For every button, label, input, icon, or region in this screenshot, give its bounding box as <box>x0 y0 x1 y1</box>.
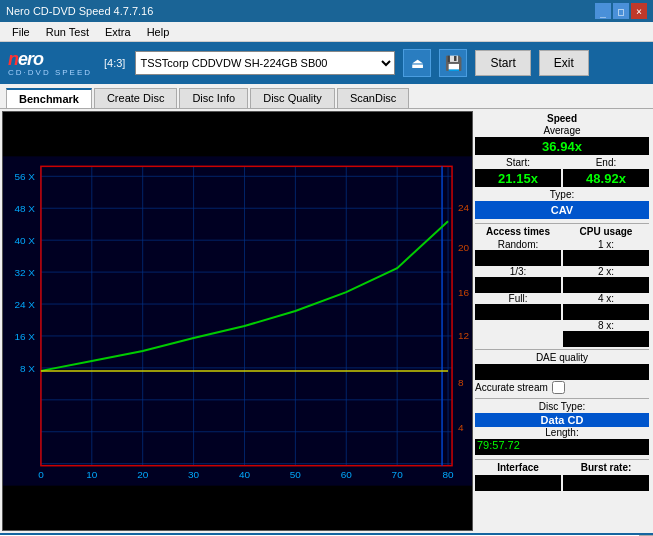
svg-text:0: 0 <box>38 469 44 480</box>
menubar: File Run Test Extra Help <box>0 22 653 42</box>
access-times-col: Access times Random: 1/3: Full: <box>475 226 561 347</box>
length-value-bar: 79:57.72 <box>475 439 649 455</box>
svg-text:24: 24 <box>458 202 470 213</box>
type-stat: Type: CAV <box>475 189 649 219</box>
cpu-2x-bar <box>563 277 649 293</box>
start-button[interactable]: Start <box>475 50 530 76</box>
main-content: 56 X 48 X 40 X 32 X 24 X 16 X 8 X 24 20 … <box>0 109 653 533</box>
interface-row: Interface Burst rate: <box>475 462 649 491</box>
cpu-2x-label: 2 x: <box>598 266 614 277</box>
length-value: 79:57.72 <box>475 439 520 451</box>
accurate-stream-row: Accurate stream <box>475 381 649 394</box>
tab-scandisc[interactable]: ScanDisc <box>337 88 409 108</box>
type-value: CAV <box>475 201 649 219</box>
start-label: Start: <box>506 157 530 169</box>
cpu-1x-bar <box>563 250 649 266</box>
svg-text:20: 20 <box>458 242 470 253</box>
disc-section: Disc Type: Data CD Length: 79:57.72 <box>475 401 649 455</box>
end-value: 48.92x <box>563 169 649 187</box>
svg-text:70: 70 <box>392 469 404 480</box>
svg-text:16: 16 <box>458 287 470 298</box>
svg-text:40: 40 <box>239 469 251 480</box>
maximize-button[interactable]: □ <box>613 3 629 19</box>
divider-4 <box>475 459 649 460</box>
tab-benchmark[interactable]: Benchmark <box>6 88 92 108</box>
start-stat: Start: 21.15x <box>475 157 561 187</box>
menu-runtest[interactable]: Run Test <box>38 24 97 40</box>
svg-text:80: 80 <box>443 469 455 480</box>
disc-type-title: Disc Type: <box>475 401 649 413</box>
svg-text:8 X: 8 X <box>20 363 35 374</box>
titlebar: Nero CD-DVD Speed 4.7.7.16 _ □ × <box>0 0 653 22</box>
svg-text:60: 60 <box>341 469 353 480</box>
toolbar: nero CD·DVD SPEED [4:3] TSSTcorp CDDVDW … <box>0 42 653 84</box>
logo-text: nero <box>8 49 92 70</box>
menu-file[interactable]: File <box>4 24 38 40</box>
length-label: Length: <box>475 427 649 439</box>
svg-text:10: 10 <box>86 469 98 480</box>
divider-2 <box>475 349 649 350</box>
onethird-label: 1/3: <box>510 266 527 277</box>
tab-discinfo[interactable]: Disc Info <box>179 88 248 108</box>
type-label: Type: <box>550 189 574 201</box>
window-controls[interactable]: _ □ × <box>595 3 647 19</box>
cpu-8x-label: 8 x: <box>598 320 614 331</box>
menu-help[interactable]: Help <box>139 24 178 40</box>
exit-button[interactable]: Exit <box>539 50 589 76</box>
svg-rect-0 <box>3 156 472 485</box>
chart-area: 56 X 48 X 40 X 32 X 24 X 16 X 8 X 24 20 … <box>2 111 473 531</box>
save-icon-button[interactable]: 💾 <box>439 49 467 77</box>
dae-value-bar <box>475 364 649 380</box>
right-panel: Speed Average 36.94x Start: 21.15x End: … <box>475 109 653 533</box>
cpu-usage-title: CPU usage <box>580 226 633 237</box>
interface-section: Interface Burst rate: <box>475 462 649 491</box>
svg-text:12: 12 <box>458 330 470 341</box>
average-label: Average <box>543 125 580 137</box>
svg-text:20: 20 <box>137 469 149 480</box>
svg-text:40 X: 40 X <box>14 235 35 246</box>
speed-title: Speed <box>475 113 649 124</box>
dae-label: DAE quality <box>475 352 649 364</box>
eject-icon-button[interactable]: ⏏ <box>403 49 431 77</box>
accurate-stream-label: Accurate stream <box>475 382 548 394</box>
interface-col: Interface <box>475 462 561 491</box>
svg-text:56 X: 56 X <box>14 171 35 182</box>
full-label: Full: <box>509 293 528 304</box>
tab-bar: Benchmark Create Disc Disc Info Disc Qua… <box>0 84 653 109</box>
onethird-value-bar <box>475 277 561 293</box>
tab-discquality[interactable]: Disc Quality <box>250 88 335 108</box>
minimize-button[interactable]: _ <box>595 3 611 19</box>
svg-text:4: 4 <box>458 422 464 433</box>
access-times-title: Access times <box>486 226 550 237</box>
cpu-4x-label: 4 x: <box>598 293 614 304</box>
speed-section: Speed Average 36.94x Start: 21.15x End: … <box>475 113 649 219</box>
logo-subtext: CD·DVD SPEED <box>8 68 92 77</box>
random-label: Random: <box>498 239 539 250</box>
burst-value-bar <box>563 475 649 491</box>
cpu-usage-col: CPU usage 1 x: 2 x: 4 x: 8 x: <box>563 226 649 347</box>
close-button[interactable]: × <box>631 3 647 19</box>
drive-label: [4:3] <box>104 57 125 69</box>
dae-section: DAE quality Accurate stream <box>475 352 649 394</box>
cpu-8x-bar <box>563 331 649 347</box>
accurate-stream-checkbox[interactable] <box>552 381 565 394</box>
svg-text:30: 30 <box>188 469 200 480</box>
average-stat: Average 36.94x <box>475 125 649 155</box>
drive-select[interactable]: TSSTcorp CDDVDW SH-224GB SB00 <box>135 51 395 75</box>
divider-1 <box>475 223 649 224</box>
svg-text:8: 8 <box>458 377 464 388</box>
svg-text:48 X: 48 X <box>14 203 35 214</box>
divider-3 <box>475 398 649 399</box>
interface-title: Interface <box>497 462 539 473</box>
svg-text:50: 50 <box>290 469 302 480</box>
tab-createdisc[interactable]: Create Disc <box>94 88 177 108</box>
end-label: End: <box>596 157 617 169</box>
menu-extra[interactable]: Extra <box>97 24 139 40</box>
start-value: 21.15x <box>475 169 561 187</box>
cpu-4x-bar <box>563 304 649 320</box>
end-stat: End: 48.92x <box>563 157 649 187</box>
svg-text:16 X: 16 X <box>14 331 35 342</box>
average-value: 36.94x <box>475 137 649 155</box>
cpu-1x-label: 1 x: <box>598 239 614 250</box>
full-value-bar <box>475 304 561 320</box>
